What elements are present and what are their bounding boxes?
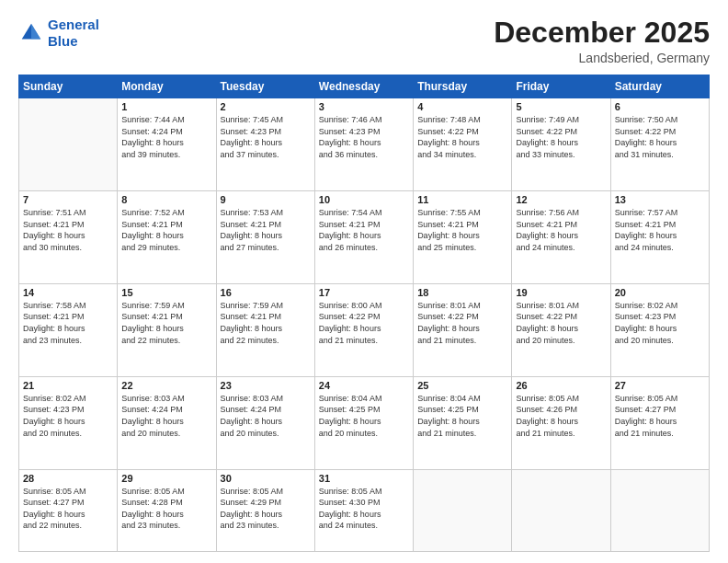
table-cell: 1Sunrise: 7:44 AM Sunset: 4:24 PM Daylig… <box>118 98 216 191</box>
calendar-week-row: 7Sunrise: 7:51 AM Sunset: 4:21 PM Daylig… <box>19 191 710 284</box>
calendar-week-row: 14Sunrise: 7:58 AM Sunset: 4:21 PM Dayli… <box>19 283 710 376</box>
calendar-week-row: 21Sunrise: 8:02 AM Sunset: 4:23 PM Dayli… <box>19 376 710 469</box>
day-info: Sunrise: 8:05 AM Sunset: 4:30 PM Dayligh… <box>319 486 409 532</box>
table-cell: 20Sunrise: 8:02 AM Sunset: 4:23 PM Dayli… <box>610 283 709 376</box>
day-info: Sunrise: 7:48 AM Sunset: 4:22 PM Dayligh… <box>417 114 507 160</box>
table-cell: 21Sunrise: 8:02 AM Sunset: 4:23 PM Dayli… <box>19 376 118 469</box>
header: General Blue December 2025 Landsberied, … <box>18 17 710 65</box>
header-tuesday: Tuesday <box>216 75 314 98</box>
table-cell: 27Sunrise: 8:05 AM Sunset: 4:27 PM Dayli… <box>610 376 709 469</box>
day-info: Sunrise: 7:46 AM Sunset: 4:23 PM Dayligh… <box>319 114 409 160</box>
day-info: Sunrise: 8:00 AM Sunset: 4:22 PM Dayligh… <box>319 300 409 346</box>
calendar-week-row: 1Sunrise: 7:44 AM Sunset: 4:24 PM Daylig… <box>19 98 710 191</box>
day-info: Sunrise: 7:56 AM Sunset: 4:21 PM Dayligh… <box>516 207 606 253</box>
table-cell <box>512 469 610 551</box>
logo: General Blue <box>18 17 99 50</box>
day-number: 7 <box>23 194 113 205</box>
day-info: Sunrise: 8:03 AM Sunset: 4:24 PM Dayligh… <box>221 393 311 439</box>
table-cell: 13Sunrise: 7:57 AM Sunset: 4:21 PM Dayli… <box>610 191 709 284</box>
logo-icon <box>18 20 44 46</box>
day-info: Sunrise: 7:52 AM Sunset: 4:21 PM Dayligh… <box>121 207 211 253</box>
header-friday: Friday <box>512 75 610 98</box>
table-cell: 3Sunrise: 7:46 AM Sunset: 4:23 PM Daylig… <box>314 98 413 191</box>
table-cell: 15Sunrise: 7:59 AM Sunset: 4:21 PM Dayli… <box>118 283 216 376</box>
day-info: Sunrise: 8:04 AM Sunset: 4:25 PM Dayligh… <box>417 393 507 439</box>
day-number: 21 <box>23 380 113 391</box>
logo-text: General Blue <box>48 17 99 50</box>
day-info: Sunrise: 7:57 AM Sunset: 4:21 PM Dayligh… <box>615 207 705 253</box>
day-info: Sunrise: 7:44 AM Sunset: 4:24 PM Dayligh… <box>121 114 211 160</box>
table-cell: 16Sunrise: 7:59 AM Sunset: 4:21 PM Dayli… <box>216 283 314 376</box>
day-number: 20 <box>615 287 705 298</box>
day-info: Sunrise: 7:58 AM Sunset: 4:21 PM Dayligh… <box>23 300 113 346</box>
table-cell: 25Sunrise: 8:04 AM Sunset: 4:25 PM Dayli… <box>414 376 512 469</box>
day-number: 31 <box>319 473 409 484</box>
table-cell: 30Sunrise: 8:05 AM Sunset: 4:29 PM Dayli… <box>216 469 314 551</box>
table-cell: 8Sunrise: 7:52 AM Sunset: 4:21 PM Daylig… <box>118 191 216 284</box>
day-info: Sunrise: 8:05 AM Sunset: 4:28 PM Dayligh… <box>121 486 211 532</box>
page: General Blue December 2025 Landsberied, … <box>0 0 728 563</box>
day-info: Sunrise: 8:05 AM Sunset: 4:27 PM Dayligh… <box>615 393 705 439</box>
day-number: 19 <box>516 287 606 298</box>
day-number: 9 <box>221 194 311 205</box>
table-cell: 22Sunrise: 8:03 AM Sunset: 4:24 PM Dayli… <box>118 376 216 469</box>
day-info: Sunrise: 7:59 AM Sunset: 4:21 PM Dayligh… <box>221 300 311 346</box>
month-title: December 2025 <box>494 17 710 49</box>
location: Landsberied, Germany <box>494 51 710 65</box>
day-number: 17 <box>319 287 409 298</box>
table-cell: 29Sunrise: 8:05 AM Sunset: 4:28 PM Dayli… <box>118 469 216 551</box>
day-info: Sunrise: 7:53 AM Sunset: 4:21 PM Dayligh… <box>221 207 311 253</box>
table-cell: 9Sunrise: 7:53 AM Sunset: 4:21 PM Daylig… <box>216 191 314 284</box>
day-number: 6 <box>615 101 705 112</box>
day-info: Sunrise: 8:03 AM Sunset: 4:24 PM Dayligh… <box>121 393 211 439</box>
day-number: 5 <box>516 101 606 112</box>
table-cell: 10Sunrise: 7:54 AM Sunset: 4:21 PM Dayli… <box>314 191 413 284</box>
title-block: December 2025 Landsberied, Germany <box>494 17 710 65</box>
day-info: Sunrise: 8:02 AM Sunset: 4:23 PM Dayligh… <box>23 393 113 439</box>
day-number: 12 <box>516 194 606 205</box>
day-number: 2 <box>221 101 311 112</box>
day-info: Sunrise: 7:49 AM Sunset: 4:22 PM Dayligh… <box>516 114 606 160</box>
day-number: 28 <box>23 473 113 484</box>
table-cell: 19Sunrise: 8:01 AM Sunset: 4:22 PM Dayli… <box>512 283 610 376</box>
table-cell: 28Sunrise: 8:05 AM Sunset: 4:27 PM Dayli… <box>19 469 118 551</box>
svg-marker-1 <box>31 24 40 40</box>
day-number: 3 <box>319 101 409 112</box>
day-info: Sunrise: 8:01 AM Sunset: 4:22 PM Dayligh… <box>516 300 606 346</box>
day-number: 30 <box>221 473 311 484</box>
day-info: Sunrise: 7:50 AM Sunset: 4:22 PM Dayligh… <box>615 114 705 160</box>
day-number: 22 <box>121 380 211 391</box>
calendar-week-row: 28Sunrise: 8:05 AM Sunset: 4:27 PM Dayli… <box>19 469 710 551</box>
day-info: Sunrise: 7:59 AM Sunset: 4:21 PM Dayligh… <box>121 300 211 346</box>
header-saturday: Saturday <box>610 75 709 98</box>
day-info: Sunrise: 8:05 AM Sunset: 4:26 PM Dayligh… <box>516 393 606 439</box>
day-info: Sunrise: 8:04 AM Sunset: 4:25 PM Dayligh… <box>319 393 409 439</box>
day-number: 16 <box>221 287 311 298</box>
day-number: 10 <box>319 194 409 205</box>
day-number: 24 <box>319 380 409 391</box>
day-number: 13 <box>615 194 705 205</box>
day-number: 25 <box>417 380 507 391</box>
day-number: 1 <box>121 101 211 112</box>
table-cell: 4Sunrise: 7:48 AM Sunset: 4:22 PM Daylig… <box>414 98 512 191</box>
day-info: Sunrise: 8:02 AM Sunset: 4:23 PM Dayligh… <box>615 300 705 346</box>
day-number: 23 <box>221 380 311 391</box>
day-info: Sunrise: 7:51 AM Sunset: 4:21 PM Dayligh… <box>23 207 113 253</box>
day-number: 15 <box>121 287 211 298</box>
day-number: 14 <box>23 287 113 298</box>
day-number: 27 <box>615 380 705 391</box>
calendar-table: Sunday Monday Tuesday Wednesday Thursday… <box>18 75 710 552</box>
table-cell: 6Sunrise: 7:50 AM Sunset: 4:22 PM Daylig… <box>610 98 709 191</box>
table-cell: 23Sunrise: 8:03 AM Sunset: 4:24 PM Dayli… <box>216 376 314 469</box>
table-cell: 14Sunrise: 7:58 AM Sunset: 4:21 PM Dayli… <box>19 283 118 376</box>
weekday-header-row: Sunday Monday Tuesday Wednesday Thursday… <box>19 75 710 98</box>
day-info: Sunrise: 8:01 AM Sunset: 4:22 PM Dayligh… <box>417 300 507 346</box>
table-cell: 11Sunrise: 7:55 AM Sunset: 4:21 PM Dayli… <box>414 191 512 284</box>
table-cell: 24Sunrise: 8:04 AM Sunset: 4:25 PM Dayli… <box>314 376 413 469</box>
header-monday: Monday <box>118 75 216 98</box>
day-number: 8 <box>121 194 211 205</box>
day-info: Sunrise: 7:55 AM Sunset: 4:21 PM Dayligh… <box>417 207 507 253</box>
table-cell: 31Sunrise: 8:05 AM Sunset: 4:30 PM Dayli… <box>314 469 413 551</box>
table-cell <box>19 98 118 191</box>
header-wednesday: Wednesday <box>314 75 413 98</box>
